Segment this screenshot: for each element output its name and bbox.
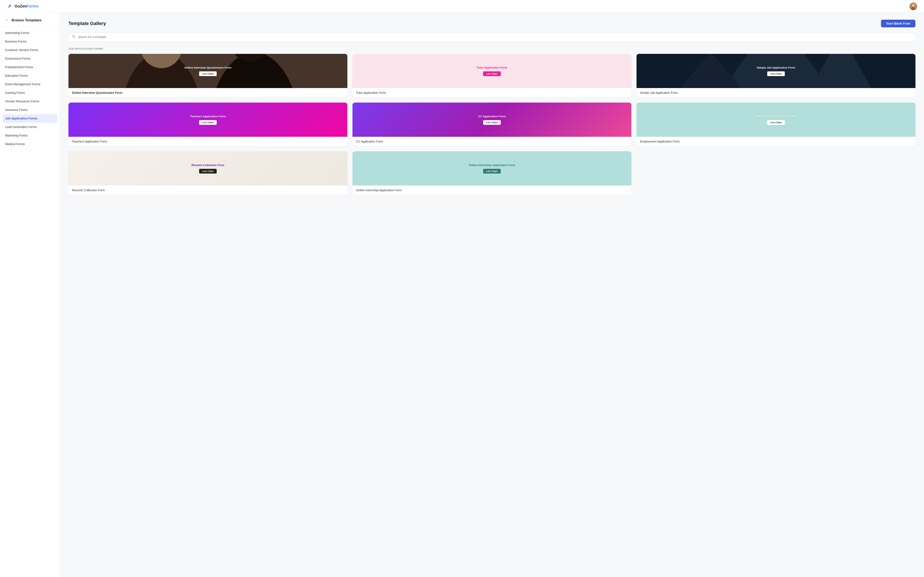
gallery-header: Template Gallery Start Blank From (68, 20, 916, 27)
lets-start-button[interactable]: Let's Start (767, 120, 785, 125)
lets-start-button[interactable]: Let's Start (767, 71, 785, 76)
cards-grid: Online Interview Questionaire FormLet's … (68, 54, 916, 195)
card-preview-label: Tutor Application Form (474, 66, 510, 69)
sidebar-item-event-management[interactable]: Event Management Forms (0, 80, 60, 89)
app-header: GoZenForms (0, 0, 924, 13)
section-label: JOB APPLICATION FORMS (68, 47, 916, 50)
card-preview-label: Simple Job Application Form (754, 66, 798, 69)
card-preview: Simple Job Application FormLet's Start (636, 54, 916, 88)
card-name: Resume Collection Form (68, 185, 347, 195)
lets-start-button[interactable]: Let's Start (483, 71, 501, 76)
sidebar-item-customer-service[interactable]: Customer Service Forms (0, 46, 60, 54)
sidebar: ← Browse Templates Advertising FormsBusi… (0, 13, 60, 577)
svg-rect-10 (68, 54, 347, 88)
card-online-internship[interactable]: Online Internship Application FormLet's … (352, 151, 632, 195)
card-name: Employment Application Form (636, 137, 916, 146)
card-preview-label: Online Interview Questionaire Form (182, 66, 234, 69)
card-photo-bg (68, 54, 347, 88)
card-preview: Employment Application FormLet's Start (636, 103, 916, 137)
card-preview: Online Internship Application FormLet's … (352, 151, 632, 185)
card-preview-label: Online Internship Application Form (466, 163, 518, 167)
gallery-sections: JOB APPLICATION FORMS Online Interview Q… (68, 47, 916, 195)
lets-start-button[interactable]: Let's Start (199, 120, 216, 125)
sidebar-item-job-application[interactable]: Job Application Forms (3, 114, 57, 122)
sidebar-item-entertainment[interactable]: Entertainment Forms (0, 63, 60, 71)
sidebar-header: ← Browse Templates (0, 18, 60, 27)
card-name: CV Application Form (352, 137, 632, 146)
card-employment[interactable]: Employment Application FormLet's StartEm… (636, 103, 916, 146)
search-bar (68, 32, 916, 42)
sidebar-item-education[interactable]: Education Forms (0, 71, 60, 80)
card-name: Simple Job Application Form (636, 88, 916, 97)
card-resume[interactable]: Resume Collection FormLet's StartResume … (68, 151, 347, 195)
card-name: Teachers Application Form (68, 137, 347, 146)
card-preview: Tutor Application FormLet's Start (352, 54, 632, 88)
svg-line-4 (74, 37, 75, 38)
svg-point-1 (912, 4, 914, 6)
sidebar-title: Browse Templates (11, 18, 42, 22)
search-input[interactable] (78, 35, 912, 39)
logo: GoZenForms (7, 3, 39, 10)
card-simple-job[interactable]: Simple Job Application FormLet's StartSi… (636, 54, 916, 97)
card-preview: Online Interview Questionaire FormLet's … (68, 54, 347, 88)
card-preview-label: CV Application Form (476, 115, 508, 118)
search-icon (72, 35, 76, 39)
lets-start-button[interactable]: Let's Start (483, 120, 501, 125)
sidebar-item-ecommerce[interactable]: Ecommerce Forms (0, 54, 60, 63)
sidebar-item-human-resources[interactable]: Human Resources Forms (0, 97, 60, 106)
card-name: Online Internship Application Form (352, 185, 632, 195)
sidebar-item-lead-generation[interactable]: Lead Generation Forms (0, 122, 60, 131)
lets-start-button[interactable]: Let's Start (199, 169, 216, 174)
sidebar-item-advertising[interactable]: Advertising Forms (0, 29, 60, 37)
start-blank-button[interactable]: Start Blank From (881, 20, 916, 27)
card-online-interview[interactable]: Online Interview Questionaire FormLet's … (68, 54, 347, 97)
sidebar-item-gaming[interactable]: Gaming Forms (0, 89, 60, 97)
card-teachers[interactable]: Teachers Application FormLet's StartTeac… (68, 103, 347, 146)
card-name: Tutor Application Form (352, 88, 632, 97)
lets-start-button[interactable]: Let's Start (199, 71, 216, 76)
user-avatar[interactable] (909, 3, 917, 10)
section-job-application: JOB APPLICATION FORMS Online Interview Q… (68, 47, 916, 195)
lets-start-button[interactable]: Let's Start (483, 169, 501, 174)
sidebar-item-insurance[interactable]: Insurance Forms (0, 106, 60, 114)
sidebar-nav: Advertising FormsBusiness FormsCustomer … (0, 29, 60, 148)
card-preview: Teachers Application FormLet's Start (68, 103, 347, 137)
logo-name: GoZenForms (15, 4, 39, 8)
card-preview: CV Application FormLet's Start (352, 103, 632, 137)
logo-accent: Forms (27, 4, 39, 8)
main-content: Template Gallery Start Blank From JOB AP… (60, 13, 924, 577)
card-preview-label: Teachers Application Form (187, 115, 228, 118)
logo-icon (7, 3, 13, 10)
card-tutor[interactable]: Tutor Application FormLet's StartTutor A… (352, 54, 632, 97)
svg-point-2 (911, 7, 916, 10)
sidebar-item-marketing[interactable]: Marketing Forms (0, 131, 60, 140)
gallery-title: Template Gallery (68, 21, 106, 26)
card-preview-label: Employment Application Form (753, 115, 799, 118)
card-name: Online Interview Questionaire Form (68, 88, 347, 97)
card-preview: Resume Collection FormLet's Start (68, 151, 347, 185)
sidebar-item-medical[interactable]: Medical Forms (0, 140, 60, 148)
card-preview-label: Resume Collection Form (189, 163, 227, 167)
card-cv[interactable]: CV Application FormLet's StartCV Applica… (352, 103, 632, 146)
back-button[interactable]: ← (5, 18, 9, 23)
sidebar-item-business[interactable]: Business Forms (0, 37, 60, 46)
